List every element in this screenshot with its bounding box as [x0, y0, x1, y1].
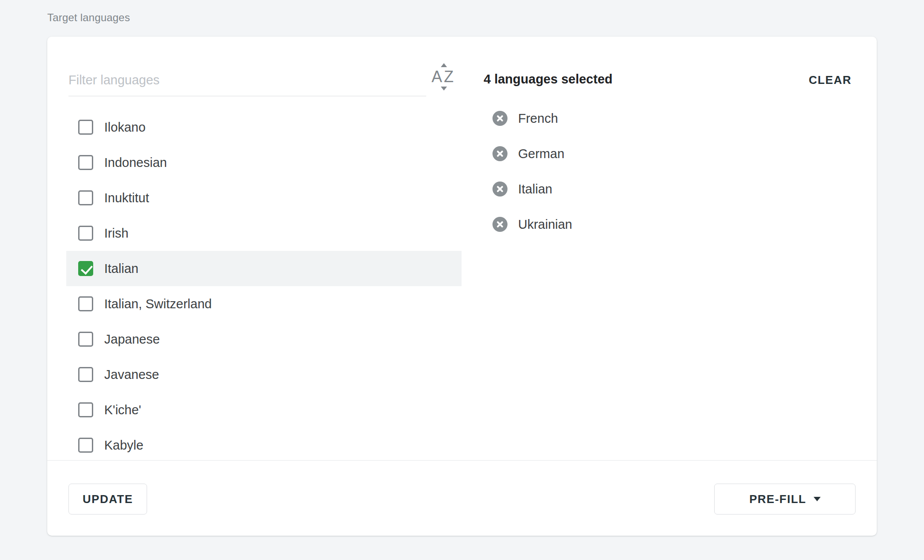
- language-row-irish[interactable]: Irish: [66, 216, 462, 251]
- checkbox[interactable]: [78, 402, 93, 417]
- checkbox[interactable]: [78, 226, 93, 241]
- target-languages-card: A Z Ilokano Indonesian Inuktitut Irish I…: [47, 37, 877, 536]
- checkbox[interactable]: [78, 332, 93, 347]
- language-label: Irish: [104, 226, 129, 241]
- prefill-button[interactable]: PRE-FILL: [714, 484, 856, 515]
- checkbox[interactable]: [78, 190, 93, 205]
- selected-language-french: French: [492, 101, 855, 136]
- language-label: Inuktitut: [104, 191, 149, 205]
- language-label: Japanese: [104, 332, 160, 347]
- language-row-kiche[interactable]: K'iche': [66, 392, 462, 428]
- selected-language-italian: Italian: [492, 171, 855, 207]
- selected-language-label: Italian: [518, 182, 552, 197]
- language-row-ilokano[interactable]: Ilokano: [66, 110, 462, 145]
- sort-alphabetically-icon[interactable]: A Z: [431, 63, 459, 91]
- language-row-italian[interactable]: Italian: [66, 251, 462, 286]
- language-label: Kabyle: [104, 438, 144, 453]
- selected-language-label: German: [518, 147, 564, 161]
- update-button[interactable]: UPDATE: [68, 484, 147, 515]
- language-label: Javanese: [104, 367, 159, 382]
- selected-language-german: German: [492, 136, 855, 171]
- checkbox[interactable]: [78, 120, 93, 135]
- language-row-japanese[interactable]: Japanese: [66, 322, 462, 357]
- selected-language-label: Ukrainian: [518, 217, 572, 232]
- selected-language-ukrainian: Ukrainian: [492, 207, 855, 242]
- clear-button[interactable]: CLEAR: [809, 73, 852, 87]
- sort-caret-up-icon: [441, 63, 447, 67]
- remove-icon[interactable]: [492, 217, 507, 232]
- remove-icon[interactable]: [492, 111, 507, 126]
- prefill-button-label: PRE-FILL: [750, 492, 807, 506]
- page-title: Target languages: [47, 11, 130, 24]
- language-row-indonesian[interactable]: Indonesian: [66, 145, 462, 180]
- language-label: Indonesian: [104, 155, 167, 170]
- checkbox[interactable]: [78, 438, 93, 453]
- language-list: Ilokano Indonesian Inuktitut Irish Itali…: [66, 110, 462, 460]
- language-row-italian-switzerland[interactable]: Italian, Switzerland: [66, 286, 462, 322]
- sort-caret-down-icon: [441, 87, 447, 91]
- remove-icon[interactable]: [492, 146, 507, 161]
- language-row-inuktitut[interactable]: Inuktitut: [66, 180, 462, 216]
- filter-field: [68, 64, 426, 96]
- selected-count-header: 4 languages selected: [484, 72, 613, 87]
- language-label: K'iche': [104, 403, 141, 417]
- sort-letter-a: A: [432, 67, 442, 87]
- language-row-javanese[interactable]: Javanese: [66, 357, 462, 392]
- checkbox[interactable]: [78, 367, 93, 382]
- remove-icon[interactable]: [492, 182, 507, 197]
- dropdown-caret-icon: [814, 497, 821, 501]
- language-row-kabyle[interactable]: Kabyle: [66, 428, 462, 460]
- language-label: Italian, Switzerland: [104, 297, 212, 311]
- filter-languages-input[interactable]: [68, 64, 426, 96]
- checkbox[interactable]: [78, 155, 93, 170]
- checkbox-checked[interactable]: [78, 261, 93, 276]
- sort-letter-z: Z: [444, 67, 454, 87]
- language-label: Ilokano: [104, 120, 146, 135]
- selected-languages-list: French German Italian Ukrainian: [492, 101, 855, 242]
- checkbox[interactable]: [78, 296, 93, 311]
- selected-language-label: French: [518, 111, 558, 126]
- footer-divider: [47, 460, 877, 461]
- language-label: Italian: [104, 261, 138, 276]
